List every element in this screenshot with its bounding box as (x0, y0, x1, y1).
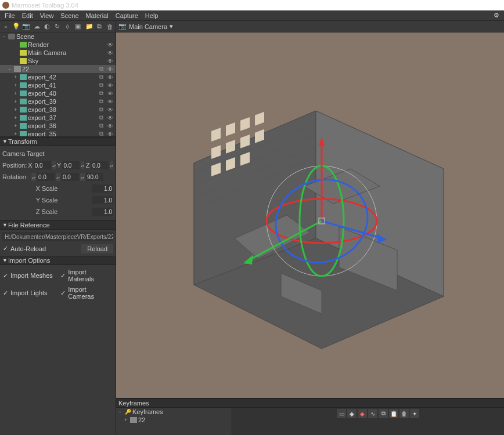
file-path[interactable]: H:/Dokumenter/MasterpieceVR/Exports/22… (2, 232, 113, 241)
hierarchy-item[interactable]: +export_35⧉👁 (0, 130, 116, 137)
duplicate-icon[interactable]: ⧉ (99, 114, 107, 121)
hierarchy-item[interactable]: +export_37⧉👁 (0, 114, 116, 122)
transform-header[interactable]: ▼ Transform (0, 137, 116, 146)
kf-copy-icon[interactable]: ⧉ (379, 409, 388, 418)
menu-material[interactable]: Material (82, 12, 112, 19)
kf-key-icon[interactable]: ◆ (347, 409, 357, 418)
visibility-icon[interactable]: 👁 (107, 50, 116, 56)
hierarchy-item[interactable]: −22⧉👁 (0, 65, 116, 73)
kf-paste-icon[interactable]: 📋 (389, 409, 398, 418)
hierarchy-item[interactable]: +export_36⧉👁 (0, 122, 116, 130)
duplicate-icon[interactable]: ⧉ (99, 90, 107, 97)
duplicate-icon[interactable]: ⧉ (99, 66, 107, 72)
duplicate-icon[interactable]: ⧉ (99, 122, 107, 129)
import-cameras-check[interactable]: ✓Import Cameras (60, 286, 114, 300)
spinner-icon[interactable]: ▴▾ (110, 161, 113, 169)
expand-icon[interactable]: + (14, 82, 20, 88)
z-scale-input[interactable] (92, 208, 113, 216)
menu-edit[interactable]: Edit (19, 12, 37, 19)
import-lights-check[interactable]: ✓Import Lights (2, 286, 56, 300)
hierarchy-item[interactable]: +export_40⧉👁 (0, 89, 116, 97)
x-scale-input[interactable] (92, 184, 113, 193)
y-scale-input[interactable] (92, 196, 113, 204)
menu-scene[interactable]: Scene (57, 12, 82, 19)
duplicate-icon[interactable]: ⧉ (99, 74, 107, 81)
visibility-icon[interactable]: 👁 (107, 131, 116, 137)
expand-icon[interactable]: + (14, 115, 20, 121)
visibility-icon[interactable]: 👁 (107, 99, 116, 105)
hierarchy-item[interactable]: +export_41⧉👁 (0, 81, 116, 89)
kf-curve-icon[interactable]: ∿ (368, 409, 377, 418)
collapse-icon[interactable]: − (2, 34, 8, 39)
hierarchy-item[interactable]: +export_38⧉👁 (0, 106, 116, 114)
kf-settings-icon[interactable]: ✦ (410, 409, 419, 418)
duplicate-icon[interactable]: ⧉ (99, 82, 107, 89)
hierarchy-item[interactable]: +export_39⧉👁 (0, 97, 116, 106)
hierarchy-item[interactable]: Main Camera👁 (0, 49, 116, 57)
visibility-icon[interactable]: 👁 (107, 74, 116, 81)
visibility-icon[interactable]: 👁 (107, 82, 116, 89)
duplicate-icon[interactable]: ⧉ (99, 98, 107, 105)
visibility-icon[interactable]: 👁 (107, 123, 116, 129)
kf-autokey-icon[interactable]: ◆ (358, 409, 367, 418)
import-materials-check[interactable]: ✓Import Materials (60, 269, 114, 282)
tool-shadow-icon[interactable]: ◐ (42, 22, 52, 31)
menu-help[interactable]: Help (142, 12, 162, 19)
position-y-input[interactable] (62, 161, 80, 169)
position-z-input[interactable] (91, 161, 109, 169)
visibility-icon[interactable]: 👁 (107, 107, 116, 113)
menu-view[interactable]: View (37, 12, 57, 19)
kf-tool-icon[interactable]: ▭ (337, 409, 346, 418)
expand-icon[interactable]: + (124, 417, 130, 423)
import-meshes-check[interactable]: ✓Import Meshes (2, 269, 56, 282)
keyframes-row[interactable]: − 🔑 Keyframes (116, 408, 232, 416)
tool-fog-icon[interactable]: ☁ (32, 22, 41, 31)
tool-light-icon[interactable]: 💡 (12, 22, 21, 31)
visibility-icon[interactable]: 👁 (107, 58, 116, 64)
visibility-icon[interactable]: 👁 (107, 66, 116, 72)
expand-icon[interactable]: + (14, 131, 20, 137)
settings-icon[interactable]: ⚙ (494, 12, 503, 19)
keyframes-item[interactable]: + 22 (116, 416, 232, 424)
keyframes-header[interactable]: Keyframes (116, 398, 504, 408)
reload-button[interactable]: Reload (81, 244, 113, 253)
expand-icon[interactable]: + (14, 107, 20, 113)
viewport-camera-label[interactable]: Main Camera (129, 23, 167, 30)
expand-icon[interactable]: + (14, 90, 20, 96)
collapse-icon[interactable]: − (118, 409, 124, 415)
rotation-x-input[interactable] (37, 173, 55, 181)
expand-icon[interactable]: + (14, 99, 20, 104)
spinner-icon[interactable]: ▴▾ (80, 173, 85, 181)
auto-reload-check[interactable]: ✓ Auto-Reload (2, 245, 46, 252)
tool-cube-icon[interactable]: ▫ (1, 22, 10, 31)
hierarchy-item[interactable]: Render👁 (0, 41, 116, 49)
tool-turntable-icon[interactable]: ↻ (53, 22, 62, 31)
fileref-header[interactable]: ▼ File Reference (0, 220, 116, 230)
menu-capture[interactable]: Capture (112, 12, 142, 19)
import-options-header[interactable]: ▼ Import Options (0, 256, 116, 265)
menu-file[interactable]: File (1, 12, 19, 19)
visibility-icon[interactable]: 👁 (107, 115, 116, 121)
tool-group-icon[interactable]: ▣ (73, 22, 82, 31)
hierarchy-item[interactable]: +export_42⧉👁 (0, 73, 116, 81)
spinner-icon[interactable]: ▴▾ (81, 161, 84, 169)
tool-duplicate-icon[interactable]: ⧉ (95, 22, 105, 31)
duplicate-icon[interactable]: ⧉ (99, 130, 107, 137)
spinner-icon[interactable]: ▴▾ (52, 161, 56, 169)
rotation-z-input[interactable] (86, 173, 103, 181)
visibility-icon[interactable]: 👁 (107, 90, 116, 97)
duplicate-icon[interactable]: ⧉ (99, 106, 107, 113)
rotation-y-input[interactable] (62, 173, 79, 181)
timeline[interactable]: ▭ ◆ ◆ ∿ ⧉ 📋 🗑 ✦ (232, 408, 504, 435)
expand-icon[interactable]: − (8, 66, 14, 72)
spinner-icon[interactable]: ▴▾ (31, 173, 36, 181)
tool-baker-icon[interactable]: ◊ (63, 22, 72, 31)
dropdown-icon[interactable]: ▾ (170, 23, 173, 30)
hierarchy-item[interactable]: Sky👁 (0, 57, 116, 65)
position-x-input[interactable] (34, 161, 51, 169)
hierarchy-root[interactable]: − Scene (0, 32, 116, 41)
expand-icon[interactable]: + (14, 123, 20, 129)
kf-delete-icon[interactable]: 🗑 (399, 409, 409, 418)
viewport[interactable] (116, 32, 504, 398)
tool-camera-icon[interactable]: 📷 (21, 22, 31, 31)
